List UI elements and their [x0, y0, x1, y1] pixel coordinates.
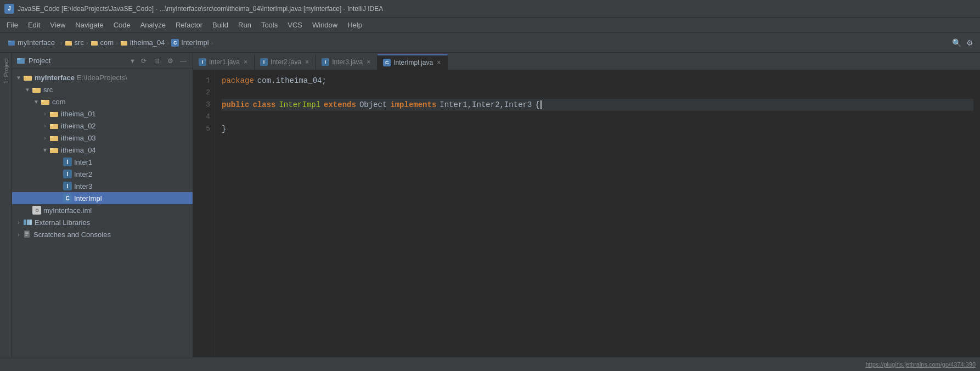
- breadcrumb-com[interactable]: com: [100, 38, 114, 47]
- menu-window[interactable]: Window: [308, 19, 342, 31]
- settings-btn[interactable]: ⚙: [964, 37, 976, 49]
- close-brace: }: [222, 123, 226, 135]
- code-editor-content[interactable]: 1 2 3 4 5 package com.itheima_04; public: [193, 70, 980, 357]
- title-text: JavaSE_Code [E:\IdeaProjects\JavaSE_Code…: [18, 5, 383, 13]
- tree-item-myinterface[interactable]: ▼ myInterface E:\IdeaProjects\: [12, 71, 193, 83]
- code-content[interactable]: package com.itheima_04; public class Int…: [215, 70, 980, 357]
- tab-label-interimpl: InterImpl.java: [393, 59, 433, 66]
- project-name-badge[interactable]: myInterface: [4, 37, 58, 48]
- breadcrumb-sep-4: ›: [167, 40, 169, 46]
- menu-edit[interactable]: Edit: [24, 19, 44, 31]
- project-panel-toggle[interactable]: 1: Project: [2, 55, 10, 87]
- tree-item-interimpl[interactable]: C InterImpl: [12, 192, 193, 204]
- menu-vcs[interactable]: VCS: [283, 19, 307, 31]
- svg-rect-7: [121, 41, 123, 42]
- tree-item-inter2[interactable]: I Inter2: [12, 168, 193, 180]
- itheima04-folder-icon: [120, 39, 128, 47]
- iml-icon: ⚙: [32, 206, 42, 215]
- status-bar: https://plugins.jetbrains.com/go/4374:39…: [0, 357, 980, 371]
- tree-label-inter1: Inter1: [74, 158, 92, 166]
- tree-label-itheima04: itheima_04: [61, 146, 96, 154]
- tree-item-com[interactable]: ▼ com: [12, 95, 193, 108]
- kw-implements: implements: [390, 99, 436, 111]
- breadcrumb-src[interactable]: src: [75, 38, 84, 47]
- tree-item-iml[interactable]: ⚙ myInterface.iml: [12, 204, 193, 216]
- menu-tools[interactable]: Tools: [257, 19, 282, 31]
- menu-build[interactable]: Build: [208, 19, 233, 31]
- tree-label-inter3: Inter3: [74, 182, 92, 190]
- sync-btn[interactable]: ⟳: [139, 56, 149, 66]
- title-bar: J JavaSE_Code [E:\IdeaProjects\JavaSE_Co…: [0, 0, 980, 18]
- tab-label-inter1: Inter1.java: [209, 58, 240, 66]
- tree-item-itheima04[interactable]: ▼ itheima_04: [12, 144, 193, 156]
- arrow-scratches: ›: [14, 232, 23, 238]
- arrow-itheima02: ›: [41, 123, 49, 129]
- java-icon-inter3: I: [63, 182, 72, 190]
- breadcrumb-itheima04[interactable]: itheima_04: [130, 38, 165, 47]
- folder-icon-com: [41, 97, 50, 106]
- editor-area: I Inter1.java × I Inter2.java × I Inter3…: [193, 53, 980, 357]
- project-panel-icon: [16, 57, 25, 65]
- menu-analyze[interactable]: Analyze: [136, 19, 170, 31]
- tree-label-iml: myInterface.iml: [43, 206, 92, 215]
- tab-inter3[interactable]: I Inter3.java ×: [316, 54, 378, 70]
- tab-close-inter1[interactable]: ×: [243, 58, 249, 66]
- status-url[interactable]: https://plugins.jetbrains.com/go/4374:39…: [865, 361, 976, 368]
- svg-rect-9: [17, 58, 20, 60]
- tree-item-src[interactable]: ▼ src: [12, 83, 193, 95]
- folder-icon-itheima03: [49, 133, 59, 142]
- svg-rect-24: [24, 220, 26, 225]
- tab-icon-inter1: I: [199, 58, 206, 66]
- code-line-1: package com.itheima_04;: [222, 75, 973, 87]
- svg-rect-5: [91, 41, 94, 42]
- tree-label-src: src: [43, 86, 53, 94]
- tab-close-inter3[interactable]: ×: [365, 58, 371, 66]
- tree-item-itheima02[interactable]: › itheima_02: [12, 120, 193, 132]
- com-folder-icon: [91, 39, 98, 47]
- breadcrumb-end-sep: ›: [211, 40, 213, 46]
- project-dropdown-arrow[interactable]: ▼: [129, 58, 136, 64]
- arrow-itheima03: ›: [41, 135, 49, 141]
- tree-item-external-libraries[interactable]: › External Libraries: [12, 216, 193, 228]
- tab-icon-interimpl: C: [383, 59, 391, 66]
- menu-file[interactable]: File: [2, 19, 22, 31]
- project-name: myInterface: [18, 38, 55, 47]
- status-right: https://plugins.jetbrains.com/go/4374:39…: [865, 361, 976, 368]
- code-line-4: [222, 111, 973, 123]
- svg-rect-13: [32, 88, 36, 89]
- arrow-myinterface: ▼: [14, 75, 23, 81]
- kw-class: class: [252, 99, 275, 111]
- folder-icon-src: [32, 85, 42, 94]
- menu-help[interactable]: Help: [343, 19, 367, 31]
- gear-btn[interactable]: ⚙: [165, 56, 175, 66]
- tab-close-interimpl[interactable]: ×: [436, 59, 442, 66]
- menu-refactor[interactable]: Refactor: [171, 19, 207, 31]
- project-panel: Project ▼ ⟳ ⊟ ⚙ — ▼ myInterface E:\IdeaP…: [12, 53, 193, 357]
- left-strip: 1: Project: [0, 53, 12, 357]
- tab-close-inter2[interactable]: ×: [304, 58, 310, 66]
- breadcrumb-sep-1: ›: [60, 40, 63, 46]
- code-line-2: [222, 87, 973, 99]
- tree-item-inter3[interactable]: I Inter3: [12, 180, 193, 192]
- tree-item-scratches[interactable]: › Scratches and Consoles: [12, 228, 193, 240]
- menu-code[interactable]: Code: [109, 19, 135, 31]
- collapse-btn[interactable]: ⊟: [152, 56, 162, 66]
- search-everywhere-btn[interactable]: 🔍: [950, 37, 962, 49]
- breadcrumb: myInterface › src › com › itheima_04 › C…: [4, 37, 213, 48]
- breadcrumb-sep-3: ›: [116, 40, 118, 46]
- menu-navigate[interactable]: Navigate: [71, 19, 108, 31]
- tab-inter2[interactable]: I Inter2.java ×: [255, 54, 316, 70]
- tree-item-inter1[interactable]: I Inter1: [12, 156, 193, 168]
- svg-rect-23: [50, 148, 53, 150]
- breadcrumb-interimpl[interactable]: InterImpl: [181, 38, 209, 47]
- main-layout: 1: Project Project ▼ ⟳ ⊟ ⚙ — ▼ myInterfa…: [0, 53, 980, 357]
- tab-inter1[interactable]: I Inter1.java ×: [193, 54, 255, 70]
- editor-tabs: I Inter1.java × I Inter2.java × I Inter3…: [193, 53, 980, 70]
- text-cursor: [540, 100, 542, 109]
- tree-item-itheima03[interactable]: › itheima_03: [12, 132, 193, 144]
- hide-btn[interactable]: —: [178, 56, 188, 66]
- tab-interimpl[interactable]: C InterImpl.java ×: [378, 54, 448, 70]
- tree-item-itheima01[interactable]: › itheima_01: [12, 108, 193, 120]
- menu-view[interactable]: View: [46, 19, 70, 31]
- menu-run[interactable]: Run: [234, 19, 256, 31]
